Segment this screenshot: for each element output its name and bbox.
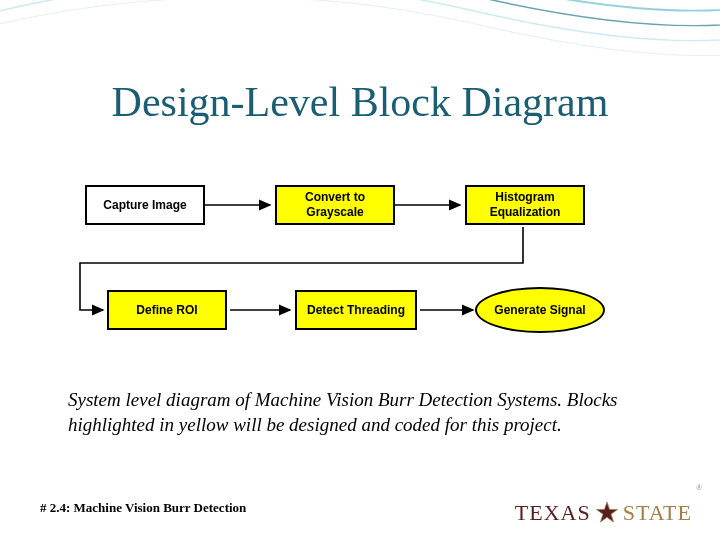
logo-text-texas: TEXAS [515, 500, 591, 526]
star-icon [595, 501, 619, 525]
block-label: Generate Signal [494, 303, 585, 317]
block-label: Histogram Equalization [471, 190, 579, 220]
block-capture-image: Capture Image [85, 185, 205, 225]
logo-text-state: STATE [623, 500, 692, 526]
block-diagram: Capture Image Convert to Grayscale Histo… [75, 175, 645, 360]
footer-reference: # 2.4: Machine Vision Burr Detection [40, 500, 246, 516]
slide-title: Design-Level Block Diagram [0, 78, 720, 126]
trademark-icon: ® [696, 483, 702, 492]
svg-marker-4 [596, 502, 617, 522]
block-detect-threading: Detect Threading [295, 290, 417, 330]
block-convert-grayscale: Convert to Grayscale [275, 185, 395, 225]
block-generate-signal: Generate Signal [475, 287, 605, 333]
block-define-roi: Define ROI [107, 290, 227, 330]
block-label: Define ROI [136, 303, 197, 318]
block-label: Capture Image [103, 198, 186, 213]
caption-text: System level diagram of Machine Vision B… [68, 388, 658, 437]
block-label: Convert to Grayscale [281, 190, 389, 220]
block-histogram-eq: Histogram Equalization [465, 185, 585, 225]
block-label: Detect Threading [307, 303, 405, 318]
texas-state-logo: TEXAS STATE [515, 500, 692, 526]
